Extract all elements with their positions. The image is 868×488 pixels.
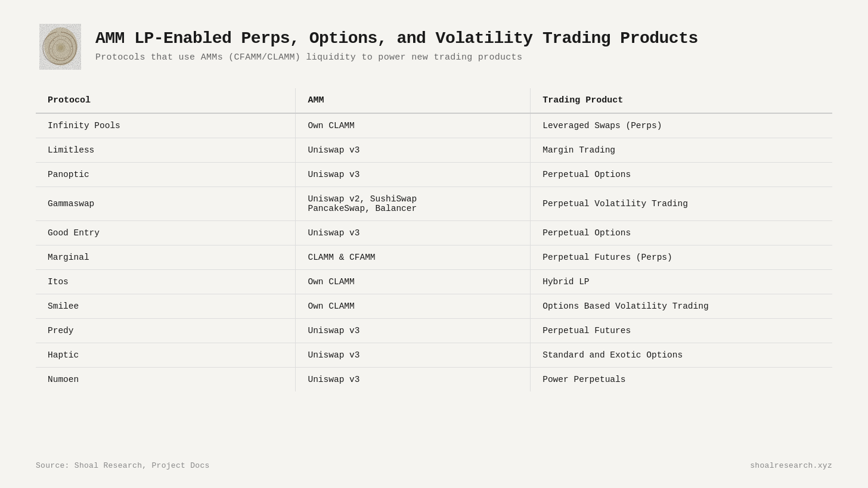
svg-point-10 bbox=[58, 34, 59, 35]
col-header-product: Trading Product bbox=[531, 88, 832, 113]
table-cell-0-2: Leveraged Swaps (Perps) bbox=[531, 113, 832, 138]
footer-source: Source: Shoal Research, Project Docs bbox=[36, 461, 210, 470]
table-cell-9-2: Standard and Exotic Options bbox=[531, 343, 832, 368]
table-cell-5-2: Perpetual Futures (Perps) bbox=[531, 245, 832, 270]
table-cell-2-1: Uniswap v3 bbox=[296, 163, 531, 187]
table-row: LimitlessUniswap v3Margin Trading bbox=[36, 138, 832, 163]
svg-point-8 bbox=[47, 52, 48, 53]
page-footer: Source: Shoal Research, Project Docs sho… bbox=[36, 450, 832, 470]
svg-point-14 bbox=[57, 44, 57, 45]
table-cell-9-1: Uniswap v3 bbox=[296, 343, 531, 368]
svg-point-2 bbox=[58, 45, 63, 50]
page-title: AMM LP-Enabled Perps, Options, and Volat… bbox=[95, 29, 698, 49]
page-subtitle: Protocols that use AMMs (CFAMM/CLAMM) li… bbox=[95, 52, 698, 63]
table-row: Good EntryUniswap v3Perpetual Options bbox=[36, 221, 832, 245]
table-cell-1-0: Limitless bbox=[36, 138, 296, 163]
table-cell-7-2: Options Based Volatility Trading bbox=[531, 294, 832, 319]
table-cell-6-0: Itos bbox=[36, 270, 296, 294]
table-row: PanopticUniswap v3Perpetual Options bbox=[36, 163, 832, 187]
table-cell-8-1: Uniswap v3 bbox=[296, 319, 531, 343]
svg-point-9 bbox=[48, 42, 49, 43]
shell-icon bbox=[36, 24, 83, 72]
col-header-protocol: Protocol bbox=[36, 88, 296, 113]
table-cell-8-2: Perpetual Futures bbox=[531, 319, 832, 343]
table-row: PredyUniswap v3Perpetual Futures bbox=[36, 319, 832, 343]
table-cell-3-2: Perpetual Volatility Trading bbox=[531, 187, 832, 221]
table-cell-3-0: Gammaswap bbox=[36, 187, 296, 221]
table-cell-4-1: Uniswap v3 bbox=[296, 221, 531, 245]
table-cell-1-2: Margin Trading bbox=[531, 138, 832, 163]
table-cell-10-2: Power Perpetuals bbox=[531, 368, 832, 392]
table-cell-4-0: Good Entry bbox=[36, 221, 296, 245]
table-row: Infinity PoolsOwn CLAMMLeveraged Swaps (… bbox=[36, 113, 832, 138]
table-cell-5-1: CLAMM & CFAMM bbox=[296, 245, 531, 270]
table-cell-7-1: Own CLAMM bbox=[296, 294, 531, 319]
table-cell-6-1: Own CLAMM bbox=[296, 270, 531, 294]
table-cell-2-2: Perpetual Options bbox=[531, 163, 832, 187]
table-row: HapticUniswap v3Standard and Exotic Opti… bbox=[36, 343, 832, 368]
table-cell-9-0: Haptic bbox=[36, 343, 296, 368]
table-cell-0-0: Infinity Pools bbox=[36, 113, 296, 138]
svg-point-6 bbox=[68, 56, 69, 57]
table-cell-3-1: Uniswap v2, SushiSwapPancakeSwap, Balanc… bbox=[296, 187, 531, 221]
table-cell-8-0: Predy bbox=[36, 319, 296, 343]
table-cell-0-1: Own CLAMM bbox=[296, 113, 531, 138]
svg-point-7 bbox=[56, 59, 57, 60]
table-row: SmileeOwn CLAMMOptions Based Volatility … bbox=[36, 294, 832, 319]
table-cell-10-0: Numoen bbox=[36, 368, 296, 392]
svg-point-5 bbox=[71, 46, 72, 47]
table-cell-6-2: Hybrid LP bbox=[531, 270, 832, 294]
table-cell-7-0: Smilee bbox=[36, 294, 296, 319]
table-cell-1-1: Uniswap v3 bbox=[296, 138, 531, 163]
table-cell-2-0: Panoptic bbox=[36, 163, 296, 187]
svg-point-4 bbox=[65, 38, 66, 39]
logo bbox=[36, 24, 83, 72]
table-row: NumoenUniswap v3Power Perpetuals bbox=[36, 368, 832, 392]
header-text: AMM LP-Enabled Perps, Options, and Volat… bbox=[95, 24, 698, 63]
table-row: MarginalCLAMM & CFAMMPerpetual Futures (… bbox=[36, 245, 832, 270]
svg-point-13 bbox=[64, 58, 65, 59]
table-row: GammaswapUniswap v2, SushiSwapPancakeSwa… bbox=[36, 187, 832, 221]
svg-point-12 bbox=[50, 48, 51, 49]
svg-point-15 bbox=[63, 42, 63, 43]
table-header-row: Protocol AMM Trading Product bbox=[36, 88, 832, 113]
table-cell-5-0: Marginal bbox=[36, 245, 296, 270]
table-cell-4-2: Perpetual Options bbox=[531, 221, 832, 245]
data-table-container: Protocol AMM Trading Product Infinity Po… bbox=[36, 88, 832, 450]
table-row: ItosOwn CLAMMHybrid LP bbox=[36, 270, 832, 294]
svg-point-11 bbox=[68, 50, 69, 51]
protocols-table: Protocol AMM Trading Product Infinity Po… bbox=[36, 88, 832, 391]
svg-point-3 bbox=[53, 40, 54, 41]
table-cell-10-1: Uniswap v3 bbox=[296, 368, 531, 392]
page-header: AMM LP-Enabled Perps, Options, and Volat… bbox=[36, 24, 832, 72]
col-header-amm: AMM bbox=[296, 88, 531, 113]
footer-url: shoalresearch.xyz bbox=[750, 461, 832, 470]
